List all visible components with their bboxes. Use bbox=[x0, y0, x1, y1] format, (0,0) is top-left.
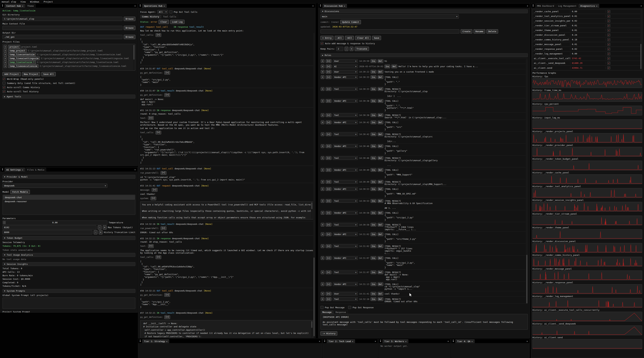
close-icon[interactable]: ✕ bbox=[166, 340, 167, 343]
add-entry-button[interactable]: + bbox=[321, 211, 324, 215]
insert-button[interactable]: Ins bbox=[371, 99, 376, 103]
tab-log-management[interactable]: Log Management bbox=[556, 4, 578, 8]
scrollbar-thumb[interactable] bbox=[133, 45, 134, 60]
close-icon[interactable]: ✕ bbox=[596, 5, 597, 7]
expand-entry-button[interactable]: [+] bbox=[326, 75, 332, 79]
tool-usage-header[interactable]: ▼Tool Usage Analytics bbox=[2, 253, 135, 257]
expand-entry-button[interactable]: [+] bbox=[326, 244, 332, 248]
expand-entry-button[interactable]: [+] bbox=[326, 282, 332, 286]
delete-button[interactable]: Del bbox=[378, 180, 384, 183]
tab-tool-calls[interactable]: Tool Calls bbox=[161, 15, 178, 18]
diagnostic-checkbox[interactable]: ✓ bbox=[607, 48, 610, 51]
graph-spikes-dense[interactable] bbox=[532, 202, 642, 212]
panel-menu-icon[interactable]: ▼ bbox=[138, 3, 142, 8]
add-entry-button[interactable]: + bbox=[321, 75, 324, 79]
role-combo[interactable]: Vendor API▼ bbox=[333, 232, 358, 236]
popout-message-checkbox[interactable]: ✓ bbox=[320, 306, 324, 309]
role-combo[interactable]: User▼ bbox=[333, 59, 358, 63]
role-combo[interactable]: AI▼ bbox=[333, 65, 358, 68]
expand-entry-button[interactable]: [+] bbox=[326, 70, 332, 74]
graph-spikes-rare[interactable] bbox=[532, 161, 642, 170]
git-dir-browse-button[interactable]: Browse bbox=[124, 17, 135, 21]
entry-toolbar-button[interactable]: +All bbox=[345, 36, 354, 40]
diagnostic-checkbox[interactable]: ✓ bbox=[607, 15, 610, 18]
add-entry-button[interactable]: + bbox=[321, 113, 324, 117]
insert-button[interactable]: Ins bbox=[371, 180, 376, 183]
log-code-box[interactable]: def __init__(self) -> None: # Initialize… bbox=[140, 320, 313, 338]
discussion-entry-row[interactable]: +[+]Tool▼14:30:49InsDel[TOOL RESULT] Dir… bbox=[320, 179, 528, 186]
discussion-entry-row[interactable]: +[+]Tool▼14:32:16InsDel[TOOL RESULT] ERR… bbox=[320, 297, 528, 304]
discussion-entry-row[interactable]: +[+]User▼14:29:59InsDelhi bbox=[320, 58, 528, 64]
discussions-header[interactable]: ▼Discussions bbox=[320, 9, 528, 13]
add-entry-button[interactable]: + bbox=[321, 256, 324, 260]
remove-file-button[interactable]: x bbox=[4, 60, 7, 64]
tab-comms-history[interactable]: Comms History bbox=[140, 15, 161, 18]
project-file-row[interactable]: xprojectproject.toml bbox=[4, 45, 134, 49]
panel-close-icon[interactable]: ✕ bbox=[133, 168, 137, 172]
add-entry-button[interactable]: + bbox=[321, 292, 324, 296]
tab-response[interactable]: Response bbox=[334, 310, 348, 314]
insert-button[interactable]: Ins bbox=[371, 223, 376, 226]
tab-theme[interactable]: Theme bbox=[25, 4, 36, 8]
insert-button[interactable]: Ins bbox=[371, 271, 376, 274]
diagnostic-checkbox[interactable]: ✓ bbox=[607, 24, 610, 27]
expand-button[interactable]: [+] bbox=[164, 293, 170, 297]
delete-button[interactable]: Del bbox=[378, 232, 384, 236]
insert-button[interactable]: Ins bbox=[371, 87, 376, 91]
file-tag-button[interactable]: temp_project bbox=[8, 49, 27, 52]
panel-menu-icon[interactable]: ▼ bbox=[318, 3, 322, 8]
minus-button[interactable]: - bbox=[98, 225, 102, 229]
rename-button[interactable]: Rename bbox=[474, 29, 485, 33]
checkbox[interactable]: ✓ bbox=[2, 77, 6, 80]
scrollbar-track[interactable] bbox=[133, 44, 135, 70]
discussion-entry-row[interactable]: +[+]Tool▼14:31:02InsDel[TOOL RESULT] **P… bbox=[320, 244, 528, 255]
insert-button[interactable]: Ins bbox=[371, 187, 376, 191]
delete-button[interactable]: Del bbox=[378, 187, 384, 191]
role-combo[interactable]: Vendor API▼ bbox=[333, 187, 358, 191]
graph-spikes-dense[interactable] bbox=[532, 257, 642, 267]
delete-button[interactable]: Del bbox=[378, 144, 384, 148]
discussion-entry-row[interactable]: +[+]Tool▼14:30:42InsDel[TOOL RESULT] Dir… bbox=[320, 132, 528, 144]
insert-button[interactable]: Ins bbox=[371, 282, 376, 286]
expand-button[interactable]: [+] bbox=[148, 116, 154, 120]
insert-button[interactable]: Ins bbox=[371, 168, 376, 172]
roles-header[interactable]: ▶Roles bbox=[320, 53, 528, 57]
main-context-browse-button[interactable]: Browse bbox=[124, 26, 135, 30]
add-entry-button[interactable]: + bbox=[321, 282, 324, 286]
checkbox[interactable]: ✓ bbox=[2, 82, 6, 85]
minus-button[interactable]: - bbox=[94, 230, 98, 234]
role-combo[interactable]: Tool▼ bbox=[333, 180, 358, 183]
expand-entry-button[interactable]: [+] bbox=[326, 59, 332, 63]
diagnostic-checkbox[interactable]: ✓ bbox=[607, 62, 610, 65]
add-entry-button[interactable]: + bbox=[321, 144, 324, 148]
focus-agent-combo[interactable]: All▼ bbox=[157, 10, 168, 14]
graph-peak-right[interactable] bbox=[532, 312, 642, 322]
tab-tier1-strategy[interactable]: Tier 1: Strategy✕ bbox=[142, 339, 169, 343]
role-combo[interactable]: Vendor API▼ bbox=[333, 256, 358, 260]
discussion-entry-row[interactable]: +[+]Tool▼14:30:53InsDel[TOOL RESULT] # M… bbox=[320, 198, 528, 210]
delete-button[interactable]: Del bbox=[378, 297, 384, 301]
model-item[interactable]: deepseek-chat bbox=[3, 195, 135, 199]
tab-message[interactable]: Message bbox=[320, 310, 334, 314]
project-file-row[interactable]: xtemp_livecontextsimC:\projects\manual_s… bbox=[4, 53, 134, 56]
comms-history-log[interactable]: Now let me check how to run this applica… bbox=[140, 29, 313, 338]
insert-button[interactable]: Ins bbox=[371, 256, 376, 260]
graph-spiky[interactable] bbox=[532, 92, 642, 102]
role-combo[interactable]: User▼ bbox=[333, 70, 358, 74]
discussion-entry-row[interactable]: +[+]Tool▼14:30:33InsDel[TOOL RESULT] Dir… bbox=[320, 86, 528, 98]
max-tokens-input[interactable] bbox=[2, 225, 96, 229]
panel-close-icon[interactable]: ✕ bbox=[133, 4, 137, 8]
provider-model-header[interactable]: ▼Provider & Model bbox=[2, 175, 135, 179]
keep-pairs-input[interactable] bbox=[336, 47, 343, 51]
add-entry-button[interactable]: + bbox=[321, 187, 324, 191]
role-combo[interactable]: Vendor API▼ bbox=[333, 211, 358, 215]
discussion-entry-row[interactable]: +[+]Tool▼14:31:07InsDel[TOOL RESULT] def… bbox=[320, 270, 528, 282]
diagnostic-checkbox[interactable]: ✓ bbox=[607, 52, 610, 55]
clear-button[interactable]: Clear bbox=[159, 20, 169, 24]
remove-file-button[interactable]: x bbox=[4, 57, 7, 60]
add-entry-button[interactable]: + bbox=[321, 99, 324, 103]
role-combo[interactable]: Tool▼ bbox=[333, 133, 358, 136]
file-tag-button[interactable]: temp_liveaisettingssim bbox=[8, 57, 40, 60]
expand-entry-button[interactable]: [+] bbox=[326, 297, 332, 301]
expand-button[interactable]: [+] bbox=[148, 244, 154, 248]
